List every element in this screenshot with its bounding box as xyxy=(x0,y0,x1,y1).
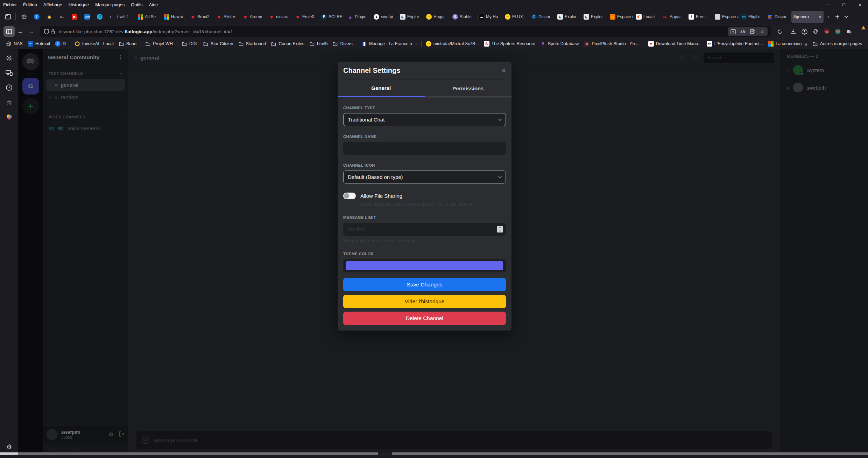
tab-hawai[interactable]: Hawai xyxy=(162,11,188,23)
tab-huggi[interactable]: ᵔᵕᵔHuggi xyxy=(424,11,450,23)
delete-channel-button[interactable]: Delete Channel xyxy=(343,312,506,325)
bookmark-downloadtimemana[interactable]: ♥Download Time Mana... xyxy=(646,40,704,48)
tracking-shield-icon[interactable] xyxy=(43,28,50,35)
tab-locati[interactable]: ◧Locati xyxy=(634,11,660,23)
account-icon[interactable] xyxy=(801,28,807,35)
menu-affichage[interactable]: Affichage xyxy=(40,1,65,8)
bookmark-laconnexionwifiete[interactable]: La connexion Wifi et E... xyxy=(765,40,802,48)
tab-myha[interactable]: ☁My Ha xyxy=(477,11,503,23)
pinned-tab-facebook[interactable]: f xyxy=(30,11,43,23)
tab-stable[interactable]: S.Stable xyxy=(450,11,477,23)
modal-tab-general[interactable]: General xyxy=(338,80,425,97)
menu-fichier[interactable]: Fichier xyxy=(0,1,20,8)
reload-button[interactable] xyxy=(774,26,785,37)
tab-flux[interactable]: ᵔᵕᵔFLUX. xyxy=(503,11,529,23)
bookmark-invokeailocal[interactable]: InvokeAI - Local xyxy=(72,40,116,48)
scroll-tabs-right-button[interactable]: › xyxy=(824,12,833,22)
modal-close-icon[interactable]: × xyxy=(502,67,506,75)
scroll-tabs-left-button[interactable]: ‹ xyxy=(106,12,115,22)
bookmark-ddl[interactable]: DDL xyxy=(179,40,200,48)
save-page-icon[interactable] xyxy=(730,28,736,35)
lock-icon[interactable] xyxy=(50,28,56,35)
bookmark-html5[interactable]: html5 xyxy=(307,40,330,48)
theme-color-input[interactable] xyxy=(343,259,506,272)
menu-aide[interactable]: Aide xyxy=(146,1,161,8)
bookmark-d[interactable]: fD xyxy=(52,40,68,48)
bookmark-starbound[interactable]: Starbound xyxy=(236,40,269,48)
bookmark-starcitizen[interactable]: Star Citizen xyxy=(200,40,236,48)
bookmark-suno[interactable]: Suno xyxy=(116,40,139,48)
tab-swefpi[interactable]: ●swefpi xyxy=(372,11,398,23)
menu-marquepages[interactable]: Marque-pages xyxy=(92,1,128,8)
channel-name-input[interactable] xyxy=(343,142,506,155)
menu-dition[interactable]: Édition xyxy=(20,1,40,8)
tab-appar[interactable]: SLAppar xyxy=(660,11,686,23)
ublock-origin-icon[interactable]: U0 xyxy=(824,28,830,35)
firefox-view-button[interactable] xyxy=(3,12,13,22)
bookmark-projetwh[interactable]: Projet WH xyxy=(143,40,175,48)
reader-dictionary-icon[interactable]: A xyxy=(749,28,756,35)
forward-button[interactable]: → xyxy=(26,26,37,37)
close-button[interactable]: × xyxy=(852,0,868,9)
menu-outils[interactable]: Outils xyxy=(128,1,146,8)
sidebar-palette-icon[interactable] xyxy=(4,112,14,122)
robot-extension-icon[interactable] xyxy=(835,28,841,35)
tab-twillf[interactable]: t will f xyxy=(115,11,135,23)
tab-niciara[interactable]: ♥niciara xyxy=(267,11,293,23)
vider-l-historique-button[interactable]: Vider l'historique xyxy=(343,295,506,308)
pinned-tab-pixel-pet[interactable]: ᓚ xyxy=(56,11,68,23)
bookmark-star-icon[interactable]: ☆ xyxy=(759,28,765,35)
tab-close-icon[interactable]: × xyxy=(819,14,821,20)
translate-icon[interactable]: ẍA xyxy=(740,28,746,35)
bookmark-nas[interactable]: NAS xyxy=(3,40,25,48)
tab-explor[interactable]: ◣Explor xyxy=(398,11,424,23)
file-sharing-toggle[interactable] xyxy=(343,193,356,199)
downloads-icon[interactable] xyxy=(790,28,796,35)
list-tabs-button[interactable] xyxy=(842,12,851,22)
message-limit-input[interactable] xyxy=(343,223,506,236)
tab-scire[interactable]: PSCI RE xyxy=(319,11,345,23)
tab-active-general[interactable]: #genera× xyxy=(791,11,824,23)
new-tab-button[interactable]: + xyxy=(833,12,842,22)
pinned-tab-photos[interactable]: ◆ xyxy=(43,11,56,23)
menu-historique[interactable]: Historique xyxy=(65,1,92,8)
other-bookmarks-folder[interactable]: Autres marque-pages xyxy=(810,40,865,48)
tab-plugin[interactable]: ▲Plugin xyxy=(345,11,372,23)
modal-tab-permissions[interactable]: Permissions xyxy=(425,80,512,97)
minimize-button[interactable]: ─ xyxy=(820,0,836,9)
save-changes-button[interactable]: Save Changes xyxy=(343,278,506,291)
bookmarks-overflow-button[interactable]: » xyxy=(802,40,810,48)
sidebar-history-clock-icon[interactable] xyxy=(4,83,14,92)
tab-explor[interactable]: ◣Explor xyxy=(581,11,608,23)
sidebar-settings-gear[interactable]: ⚙ xyxy=(4,442,14,452)
back-button[interactable]: ← xyxy=(15,26,26,37)
bookmark-thespritersresource[interactable]: SThe Spriters Resource xyxy=(481,40,538,48)
bookmark-hotmail[interactable]: ✉Hotmail xyxy=(25,40,52,48)
bookmark-divers[interactable]: Divers xyxy=(330,40,355,48)
pinned-tab-synology-dsm[interactable]: DSM xyxy=(81,11,93,23)
tab-bruni2[interactable]: ♥Bruni2 xyxy=(188,11,214,23)
tab-explor[interactable]: ◣Explor xyxy=(555,11,581,23)
channel-icon-select[interactable]: Default (Based on type) xyxy=(343,171,506,183)
tab-espaceab[interactable]: Espace ab xyxy=(713,11,739,23)
app-menu-button[interactable] xyxy=(857,28,863,35)
bookmark-spritedatabase[interactable]: ♜Sprite Database xyxy=(538,40,582,48)
bookmark-conanexiles[interactable]: Conan Exiles xyxy=(268,40,307,48)
sidebar-toggle-button[interactable] xyxy=(3,26,15,37)
bookmark-mistralaimixtral8x7b[interactable]: ᵔᵕᵔmistralai/Mixtral-8x7B... xyxy=(423,40,481,48)
channel-type-select[interactable]: Traditional Chat xyxy=(343,113,506,126)
tab-espacecli[interactable]: □Espace cli xyxy=(608,11,634,23)
pinned-tab-dlive[interactable]: D xyxy=(93,11,106,23)
bookmark-lencyclopdiefantast[interactable]: EFL'Encyclopédie Fantast... xyxy=(704,40,765,48)
sidebar-ai-chat-icon[interactable] xyxy=(4,53,14,63)
gray-extension-icon[interactable] xyxy=(846,28,852,35)
tab-alister[interactable]: ♥Alister xyxy=(214,11,240,23)
bookmark-pixelplushstudiopix[interactable]: ▦PixelPlush Studio - Pix... xyxy=(581,40,642,48)
pinned-tab-youtube[interactable]: ▶ xyxy=(68,11,81,23)
pinned-tab-globe[interactable] xyxy=(18,11,30,23)
maximize-button[interactable]: □ xyxy=(836,0,852,9)
tab-free[interactable]: fFree : xyxy=(686,11,713,23)
tab-allsiz[interactable]: All Siz xyxy=(135,11,162,23)
sidebar-devices-icon[interactable] xyxy=(4,68,14,78)
tab-emie0[interactable]: ♥Emie0 xyxy=(293,11,319,23)
